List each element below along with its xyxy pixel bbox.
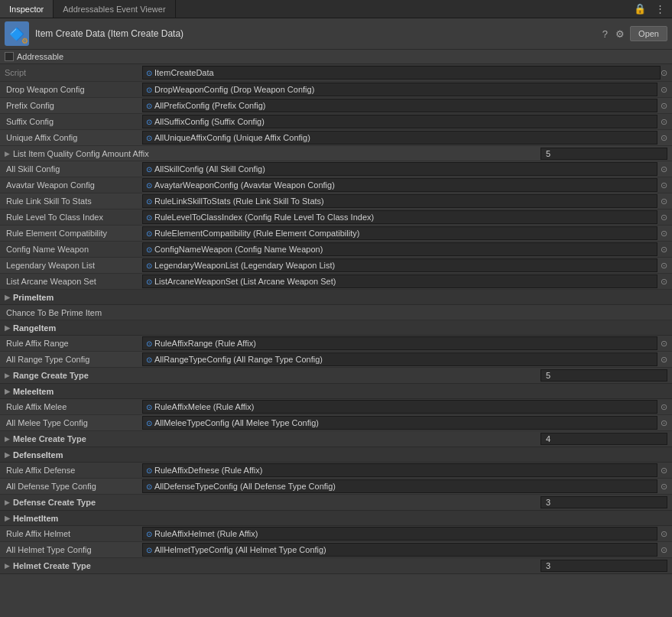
help-icon[interactable]: ? bbox=[600, 28, 610, 41]
count-melee-create-type[interactable] bbox=[541, 433, 667, 445]
value-box-all-range-type[interactable]: ⊙ AllRangeTypeConfig (All Range Type Con… bbox=[142, 352, 657, 366]
value-box-legendary[interactable]: ⊙ LegendaryWeaponList (Legendary Weapon … bbox=[142, 258, 657, 272]
tab-inspector-label: Inspector bbox=[9, 5, 44, 14]
triangle-range-icon: ▶ bbox=[5, 324, 10, 332]
ref-icon-drop-weapon: ⊙ bbox=[146, 86, 152, 94]
options-rule-level[interactable]: ⊙ bbox=[661, 213, 667, 222]
value-rule-affix-range: ⊙ RuleAffixRange (Rule Affix) ⊙ bbox=[142, 336, 667, 350]
count-range-create-type[interactable] bbox=[541, 369, 667, 382]
label-config-name: Config Name Weapon bbox=[5, 245, 142, 254]
options-rule-affix-defense[interactable]: ⊙ bbox=[661, 466, 667, 476]
expandable-range-create-type[interactable]: ▶ Range Create Type bbox=[0, 368, 672, 384]
label-rule-element: Rule Element Compatibility bbox=[5, 229, 142, 238]
prop-row-suffix: Suffix Config ⊙ AllSuffixConfig (Suffix … bbox=[0, 114, 672, 130]
section-prime-label: PrimeItem bbox=[13, 293, 54, 302]
text-rule-affix-range: RuleAffixRange (Rule Affix) bbox=[154, 339, 256, 348]
value-box-unique-affix[interactable]: ⊙ AllUniqueAffixConfig (Unique Affix Con… bbox=[142, 131, 657, 145]
value-box-all-helmet-type[interactable]: ⊙ AllHelmetTypeConfig (All Helmet Type C… bbox=[142, 543, 657, 557]
prop-row-all-range-type: All Range Type Config ⊙ AllRangeTypeConf… bbox=[0, 352, 672, 368]
value-avavtar: ⊙ AvaytarWeaponConfig (Avavtar Weapon Co… bbox=[142, 178, 667, 192]
section-helmet-label: HelmetItem bbox=[13, 514, 58, 523]
count-list-item-quality[interactable] bbox=[541, 148, 667, 160]
expandable-melee-create-type[interactable]: ▶ Melee Create Type bbox=[0, 431, 672, 447]
value-rule-level: ⊙ RuleLevelToClassIndex (Config Rule Lev… bbox=[142, 210, 667, 224]
options-all-helmet-type[interactable]: ⊙ bbox=[661, 545, 667, 555]
value-box-rule-element[interactable]: ⊙ RuleElementCompatibility (Rule Element… bbox=[142, 226, 657, 240]
lock-icon[interactable]: 🔒 bbox=[631, 2, 648, 15]
value-box-rule-affix-helmet[interactable]: ⊙ RuleAffixHelmet (Rule Affix) bbox=[142, 527, 657, 541]
asset-icon: 🔷 ⚙ bbox=[5, 21, 29, 46]
options-arcane[interactable]: ⊙ bbox=[661, 277, 667, 287]
options-drop-weapon[interactable]: ⊙ bbox=[661, 85, 667, 95]
value-box-suffix[interactable]: ⊙ AllSuffixConfig (Suffix Config) bbox=[142, 115, 657, 128]
options-all-defense-type[interactable]: ⊙ bbox=[661, 482, 667, 492]
value-box-rule-link[interactable]: ⊙ RuleLinkSkillToStats (Rule Link Skill … bbox=[142, 194, 657, 208]
expandable-helmet-create-type[interactable]: ▶ Helmet Create Type bbox=[0, 558, 672, 574]
section-defense-label: DefenseItem bbox=[13, 450, 63, 460]
options-rule-affix-helmet[interactable]: ⊙ bbox=[661, 529, 667, 539]
prop-row-drop-weapon: Drop Weapon Config ⊙ DropWeaponConfig (D… bbox=[0, 82, 672, 98]
prop-row-all-melee-type: All Melee Type Config ⊙ AllMeleeTypeConf… bbox=[0, 415, 672, 431]
options-legendary[interactable]: ⊙ bbox=[661, 261, 667, 271]
ref-icon-all-range-type: ⊙ bbox=[146, 356, 152, 364]
value-box-rule-affix-melee[interactable]: ⊙ RuleAffixMelee (Rule Affix) bbox=[142, 400, 657, 414]
options-unique-affix[interactable]: ⊙ bbox=[661, 133, 667, 143]
options-all-range-type[interactable]: ⊙ bbox=[661, 355, 667, 365]
options-all-skill[interactable]: ⊙ bbox=[661, 164, 667, 174]
count-helmet-create-type[interactable] bbox=[541, 560, 667, 572]
prop-row-rule-link: Rule Link Skill To Stats ⊙ RuleLinkSkill… bbox=[0, 193, 672, 209]
triangle-helmet-icon: ▶ bbox=[5, 515, 10, 522]
value-box-config-name[interactable]: ⊙ ConfigNameWeapon (Config Name Weapon) bbox=[142, 242, 657, 256]
expand-triangle-defense: ▶ bbox=[5, 498, 10, 506]
label-all-melee-type: All Melee Type Config bbox=[5, 418, 142, 427]
count-defense-create-type[interactable] bbox=[541, 496, 667, 508]
value-box-all-skill[interactable]: ⊙ AllSkillConfig (All Skill Config) bbox=[142, 162, 657, 176]
prop-row-rule-element: Rule Element Compatibility ⊙ RuleElement… bbox=[0, 226, 672, 242]
array-row-list-item-quality: ▶ List Item Quality Config Amount Affix bbox=[0, 146, 672, 161]
value-box-rule-affix-range[interactable]: ⊙ RuleAffixRange (Rule Affix) bbox=[142, 336, 657, 350]
options-rule-affix-melee[interactable]: ⊙ bbox=[661, 402, 667, 412]
label-rule-affix-defense: Rule Affix Defense bbox=[5, 466, 142, 475]
options-rule-affix-range[interactable]: ⊙ bbox=[661, 339, 667, 349]
options-rule-element[interactable]: ⊙ bbox=[661, 229, 667, 239]
options-all-melee-type[interactable]: ⊙ bbox=[661, 418, 667, 428]
value-box-prefix[interactable]: ⊙ AllPrefixConfig (Prefix Config) bbox=[142, 99, 657, 112]
tab-inspector[interactable]: Inspector bbox=[0, 0, 54, 18]
options-rule-link[interactable]: ⊙ bbox=[661, 196, 667, 206]
value-all-skill: ⊙ AllSkillConfig (All Skill Config) ⊙ bbox=[142, 162, 667, 176]
triangle-melee-icon: ▶ bbox=[5, 388, 10, 395]
options-suffix[interactable]: ⊙ bbox=[661, 117, 667, 127]
text-all-defense-type: AllDefenseTypeConfig (All Defense Type C… bbox=[154, 482, 336, 491]
label-all-range-type: All Range Type Config bbox=[5, 355, 142, 364]
value-box-avavtar[interactable]: ⊙ AvaytarWeaponConfig (Avavtar Weapon Co… bbox=[142, 178, 657, 192]
ref-icon-all-skill: ⊙ bbox=[146, 165, 152, 174]
expandable-defense-create-type[interactable]: ▶ Defense Create Type bbox=[0, 495, 672, 511]
tab-addressables[interactable]: Addressables Event Viewer bbox=[54, 0, 175, 18]
ref-icon-rule-element: ⊙ bbox=[146, 229, 152, 238]
layout-icon[interactable]: ⚙ bbox=[613, 28, 627, 41]
more-options-icon[interactable]: ⋮ bbox=[653, 2, 667, 15]
expand-label-range: Range Create Type bbox=[13, 371, 89, 380]
options-config-name[interactable]: ⊙ bbox=[661, 245, 667, 255]
ref-icon-rule-affix-defense: ⊙ bbox=[146, 466, 152, 475]
open-button[interactable]: Open bbox=[630, 26, 667, 41]
value-box-arcane[interactable]: ⊙ ListArcaneWeaponSet (List Arcane Weapo… bbox=[142, 274, 657, 288]
value-box-all-melee-type[interactable]: ⊙ AllMeleeTypeConfig (All Melee Type Con… bbox=[142, 416, 657, 430]
value-prefix: ⊙ AllPrefixConfig (Prefix Config) ⊙ bbox=[142, 99, 667, 112]
value-box-drop-weapon[interactable]: ⊙ DropWeaponConfig (Drop Weapon Config) bbox=[142, 83, 657, 96]
prop-row-rule-affix-range: Rule Affix Range ⊙ RuleAffixRange (Rule … bbox=[0, 336, 672, 352]
value-box-all-defense-type[interactable]: ⊙ AllDefenseTypeConfig (All Defense Type… bbox=[142, 479, 657, 493]
tab-bar: Inspector Addressables Event Viewer 🔒 ⋮ bbox=[0, 0, 672, 18]
ref-icon-rule-affix-helmet: ⊙ bbox=[146, 530, 152, 538]
script-options-icon[interactable]: ⊙ bbox=[661, 68, 667, 78]
value-box-rule-level[interactable]: ⊙ RuleLevelToClassIndex (Config Rule Lev… bbox=[142, 210, 657, 224]
expand-label-melee: Melee Create Type bbox=[13, 434, 86, 443]
options-avavtar[interactable]: ⊙ bbox=[661, 180, 667, 190]
prop-row-rule-level: Rule Level To Class Index ⊙ RuleLevelToC… bbox=[0, 209, 672, 226]
options-prefix[interactable]: ⊙ bbox=[661, 101, 667, 111]
value-box-rule-affix-defense[interactable]: ⊙ RuleAffixDefnese (Rule Affix) bbox=[142, 463, 657, 477]
prop-row-rule-affix-helmet: Rule Affix Helmet ⊙ RuleAffixHelmet (Rul… bbox=[0, 526, 672, 542]
addressable-checkbox[interactable] bbox=[5, 52, 14, 61]
section-melee-label: MeleeItem bbox=[13, 387, 54, 396]
prop-row-rule-affix-defense: Rule Affix Defense ⊙ RuleAffixDefnese (R… bbox=[0, 463, 672, 479]
